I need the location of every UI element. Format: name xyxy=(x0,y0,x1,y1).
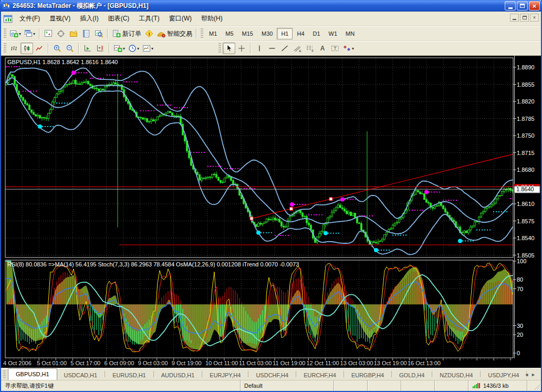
timeframe-m1[interactable]: M1 xyxy=(205,28,221,39)
new-chart-icon xyxy=(9,29,18,38)
market-watch-button[interactable] xyxy=(42,28,55,39)
close-button[interactable]: × xyxy=(529,1,540,11)
tab-scroll-arrows[interactable]: ◄► xyxy=(524,372,538,377)
indicators-icon xyxy=(113,44,122,53)
time-tick-label: 16 Oct 13:00 xyxy=(408,360,441,366)
child-restore-icon xyxy=(523,16,527,19)
tab-gbpusd-h1[interactable]: GBPUSD,H1 xyxy=(8,368,57,380)
new-order-button[interactable]: 新订单 xyxy=(110,28,143,39)
resize-grip[interactable] xyxy=(534,384,541,391)
timeframe-mn[interactable]: MN xyxy=(341,28,359,39)
text-label-button[interactable]: T xyxy=(329,43,341,54)
chart-shift-button[interactable] xyxy=(94,43,107,54)
close-icon: × xyxy=(533,3,537,9)
navigator-button[interactable] xyxy=(67,28,80,39)
price-tick-label: 1.8575 xyxy=(517,218,535,224)
equidistant-channel-button[interactable]: E xyxy=(291,43,304,54)
dropdown-icon: ▾ xyxy=(123,46,125,51)
text-button[interactable]: A xyxy=(316,43,329,54)
metaeditor-button[interactable]: ! xyxy=(143,28,155,39)
child-restore-button[interactable] xyxy=(520,14,529,22)
candlestick-chart-button[interactable] xyxy=(20,43,33,54)
tab-eurjpy-h4[interactable]: EURJPY,H4 xyxy=(203,370,247,380)
chart-window-icon[interactable] xyxy=(3,14,13,24)
timeframe-m30[interactable]: M30 xyxy=(257,28,277,39)
chart-canvas[interactable]: 1.88901.88551.88201.87851.87501.87151.86… xyxy=(1,56,541,368)
chart-area: 1.88901.88551.88201.87851.87501.87151.86… xyxy=(1,56,541,368)
toolbar-gripper[interactable] xyxy=(201,28,203,39)
tab-separator xyxy=(480,371,481,377)
status-help: 寻求帮助,请按F1键 xyxy=(1,380,241,391)
arrows-button[interactable]: ▾ xyxy=(341,43,356,54)
indicators-button[interactable]: ▾ xyxy=(112,43,127,54)
bar-chart-button[interactable] xyxy=(8,43,20,54)
vertical-line-button[interactable] xyxy=(253,43,266,54)
menu-charts[interactable]: 图表(C) xyxy=(103,12,134,26)
expert-advisors-label: 智能交易 xyxy=(167,29,192,38)
strategy-tester-button[interactable] xyxy=(92,28,105,39)
menu-file[interactable]: 文件(F) xyxy=(15,12,45,26)
trendline-button[interactable] xyxy=(278,43,291,54)
timeframe-h1[interactable]: H1 xyxy=(277,28,293,39)
timeframe-d1[interactable]: D1 xyxy=(309,28,325,39)
tab-usdjpy-h4[interactable]: USDJPY,H4 xyxy=(481,370,526,380)
tab-eurchf-h4[interactable]: EURCHF,H4 xyxy=(297,370,343,380)
toolbar-separator xyxy=(48,43,49,54)
menu-tools[interactable]: 工具(T) xyxy=(134,12,164,26)
dropdown-icon: ▾ xyxy=(352,46,354,51)
strategy-tester-icon xyxy=(95,29,103,38)
tab-eurusd-h1[interactable]: EURUSD,H1 xyxy=(106,370,153,380)
new-chart-button[interactable]: ▾ xyxy=(8,28,23,39)
title-bar[interactable]: 264653: MetaTrader - 模拟帐户 - [GBPUSD,H1] … xyxy=(0,0,542,12)
horizontal-line-button[interactable] xyxy=(266,43,278,54)
window-title: 264653: MetaTrader - 模拟帐户 - [GBPUSD,H1] xyxy=(13,2,504,11)
crosshair-button[interactable] xyxy=(235,43,248,54)
tab-eurgbp-h4[interactable]: EURGBP,H4 xyxy=(345,370,391,380)
timeframe-m15[interactable]: M15 xyxy=(238,28,257,39)
menu-insert[interactable]: 插入(I) xyxy=(75,12,103,26)
tab-audusd-h1[interactable]: AUDUSD,H1 xyxy=(154,370,202,380)
child-minimize-icon xyxy=(513,19,516,20)
tabbar-gripper[interactable] xyxy=(3,370,6,379)
timeframe-m5[interactable]: M5 xyxy=(221,28,237,39)
maximize-button[interactable] xyxy=(517,1,528,11)
toolbar-gripper[interactable] xyxy=(4,28,6,39)
menu-help[interactable]: 帮助(H) xyxy=(196,12,227,26)
tab-separator xyxy=(432,371,432,377)
tab-gold-h4[interactable]: GOLD,H4 xyxy=(392,370,431,380)
svg-text:E: E xyxy=(299,49,301,53)
child-minimize-button[interactable] xyxy=(510,14,519,22)
minimize-button[interactable] xyxy=(505,1,516,11)
toolbar-gripper[interactable] xyxy=(4,43,6,54)
time-tick-label: 11 Oct 03:00 xyxy=(239,360,272,366)
time-tick-label: 13 Oct 19:00 xyxy=(374,360,407,366)
cursor-button[interactable] xyxy=(223,43,235,54)
dropdown-icon: ▾ xyxy=(137,46,139,51)
auto-scroll-button[interactable] xyxy=(81,43,94,54)
tab-separator xyxy=(105,371,105,377)
templates-button[interactable]: ▾ xyxy=(141,43,155,54)
tab-usdcad-h1[interactable]: USDCAD,H1 xyxy=(57,370,105,380)
tab-nzdusd-h4[interactable]: NZDUSD,H4 xyxy=(433,370,480,380)
zoom-out-button[interactable] xyxy=(64,43,76,54)
status-profile[interactable]: Default xyxy=(241,380,334,391)
tab-usdchf-h4[interactable]: USDCHF,H4 xyxy=(249,370,295,380)
periods-button[interactable]: ▾ xyxy=(127,43,141,54)
child-close-button[interactable]: × xyxy=(530,14,539,22)
profiles-button[interactable]: ▾ xyxy=(23,28,37,39)
timeframe-w1[interactable]: W1 xyxy=(325,28,342,39)
menu-window[interactable]: 窗口(W) xyxy=(164,12,196,26)
toolbar-gripper[interactable] xyxy=(218,43,221,54)
dropdown-icon: ▾ xyxy=(151,46,153,51)
tab-separator xyxy=(391,371,392,377)
fibonacci-button[interactable]: F xyxy=(304,43,316,54)
data-window-button[interactable] xyxy=(55,28,67,39)
line-chart-button[interactable] xyxy=(33,43,46,54)
expert-advisors-button[interactable]: 智能交易 xyxy=(155,28,194,39)
trendline-icon xyxy=(280,44,289,53)
terminal-button[interactable] xyxy=(80,28,92,39)
timeframe-h4[interactable]: H4 xyxy=(293,28,308,39)
menu-view[interactable]: 显视(V) xyxy=(45,12,75,26)
line-chart-icon xyxy=(35,44,44,53)
zoom-in-button[interactable] xyxy=(51,43,64,54)
